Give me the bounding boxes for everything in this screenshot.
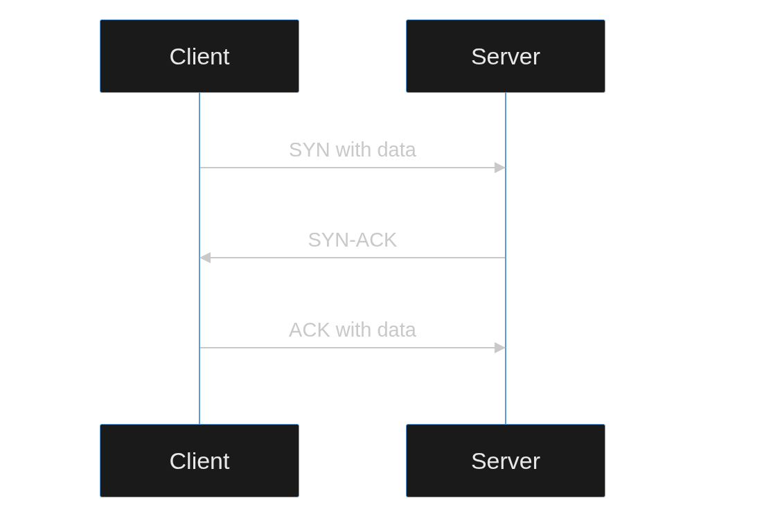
message-ack-with-data: ACK with data (200, 319, 505, 348)
message-label: SYN-ACK (200, 229, 505, 251)
message-label: SYN with data (200, 139, 505, 161)
message-syn-with-data: SYN with data (200, 139, 505, 168)
participant-server-top: Server (406, 19, 605, 93)
arrow-right-icon (200, 167, 505, 168)
participant-label: Server (471, 43, 540, 70)
participant-label: Server (471, 447, 540, 475)
message-syn-ack: SYN-ACK (200, 229, 505, 258)
participant-label: Client (170, 447, 230, 475)
participant-label: Client (170, 43, 230, 70)
sequence-diagram: Client Server SYN with data SYN-ACK ACK … (0, 0, 773, 532)
lifeline-server (505, 93, 506, 424)
arrow-right-icon (200, 347, 505, 348)
message-label: ACK with data (200, 319, 505, 342)
participant-client-top: Client (100, 19, 299, 93)
arrow-left-icon (200, 257, 505, 258)
participant-server-bottom: Server (406, 424, 605, 497)
participant-client-bottom: Client (100, 424, 299, 497)
